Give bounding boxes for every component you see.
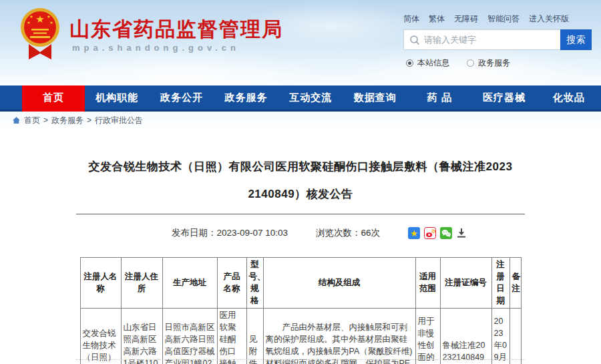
col-reg-date: 注册日期 — [491, 258, 510, 309]
svg-text:★: ★ — [35, 13, 44, 25]
radio-selected-icon — [406, 59, 413, 67]
cell-registrant-name: 交发合锐生物技术（日照）有限公司 — [80, 308, 121, 364]
link-smart-qa[interactable]: 智能问答 — [487, 13, 520, 25]
cell-registrant-address: 山东省日照高新区高新六路1号楼1105室 — [121, 308, 162, 364]
top-utility-links: 简体 繁体 无障碍 智能问答 进入关怀版 — [403, 13, 569, 25]
col-registrant-name: 注册人名称 — [80, 258, 121, 309]
nav-item-functions[interactable]: 机构职能 — [85, 85, 150, 110]
article-content: 交发合锐生物技术（日照）有限公司医用软聚硅酮伤口接触层敷料（鲁械注准202321… — [0, 129, 601, 364]
publish-date-label: 发布日期： — [172, 228, 217, 238]
crumb-admin-approval[interactable]: 行政审批公告 — [95, 115, 143, 126]
col-registrant-address: 注册人住所 — [121, 258, 162, 309]
cell-product-name: 医用软聚硅酮伤口接触层敷料 — [217, 308, 246, 364]
nav-item-drugs[interactable]: 药 品 — [407, 85, 472, 110]
svg-text:★: ★ — [49, 21, 53, 25]
cell-cert-number: 鲁械注准20232140849 — [440, 308, 491, 364]
svg-text:★: ★ — [27, 21, 30, 25]
view-count-label: 浏览次数： — [316, 228, 361, 238]
crumb-gov-service[interactable]: 政务服务 — [51, 115, 83, 126]
scope-gov-service-label: 政务服务 — [478, 57, 510, 69]
cell-model-spec: 见附件。 — [246, 308, 263, 364]
search-button[interactable]: 搜索 — [560, 29, 592, 50]
view-count: 浏览次数：66次 — [316, 227, 380, 239]
breadcrumb: 首页 > 政务服务 > 行政审批公告 — [0, 112, 601, 129]
weibo-icon[interactable] — [424, 227, 436, 239]
link-simplified[interactable]: 简体 — [403, 13, 419, 25]
col-structure: 结构及组成 — [263, 258, 415, 309]
nav-item-gov-service[interactable]: 政务服务 — [214, 85, 278, 110]
nav-item-home[interactable]: 首页 — [22, 85, 85, 110]
wechat-icon[interactable] — [440, 227, 452, 239]
cell-scope: 用于非慢性创面的护理。 — [415, 308, 440, 364]
home-icon — [12, 116, 21, 124]
favorite-icon[interactable]: ★ — [408, 227, 420, 239]
col-remark: 备注 — [510, 258, 521, 309]
national-emblem-logo: ★ ★ ★ ★ ★ — [20, 7, 60, 68]
crumb-separator: > — [43, 116, 48, 125]
cell-structure: 产品由外基材层、内接触层和可剥离的保护层组成。其中外基材层由聚硅氧烷组成，内接触… — [263, 308, 415, 364]
bottom-divider — [76, 359, 525, 360]
link-accessibility[interactable]: 无障碍 — [454, 13, 478, 25]
search-scope-options: 本站信息 政务服务 — [406, 57, 510, 69]
col-scope: 适用范围 — [415, 258, 440, 309]
nav-item-gov-open[interactable]: 政务公开 — [150, 85, 214, 110]
title-divider — [76, 214, 525, 214]
site-url: mpa.shandong.gov.cn — [72, 43, 240, 53]
cell-reg-date: 2023年09月06日 — [491, 308, 510, 364]
scope-gov-service-radio[interactable]: 政务服务 — [467, 57, 510, 69]
article-meta: 发布日期：2023-09-07 10:03 浏览次数：66次 ★ — [19, 227, 601, 239]
search-input[interactable] — [424, 35, 555, 45]
link-traditional[interactable]: 繁体 — [429, 13, 445, 25]
search-icon — [409, 35, 420, 45]
scope-site-info-label: 本站信息 — [417, 57, 449, 69]
search-input-wrap — [403, 29, 560, 50]
main-nav: 首页 机构职能 政务公开 政务服务 互动交流 数据查询 药 品 医疗器械 化妆品 — [0, 85, 601, 112]
page-title: 交发合锐生物技术（日照）有限公司医用软聚硅酮伤口接触层敷料（鲁械注准202321… — [87, 129, 514, 208]
publish-date-value: 2023-09-07 10:03 — [216, 228, 288, 238]
download-icon[interactable] — [456, 228, 467, 238]
table-header-row: 注册人名称 注册人住所 生产地址 产品名称 型号、规格 结构及组成 适用范围 注… — [80, 258, 521, 309]
cell-remark — [510, 308, 521, 364]
share-toolbar: ★ — [408, 227, 467, 239]
radio-unselected-icon — [467, 59, 474, 67]
crumb-separator: > — [87, 116, 91, 125]
nav-item-data-query[interactable]: 数据查询 — [343, 85, 408, 110]
publish-date: 发布日期：2023-09-07 10:03 — [172, 227, 288, 239]
crumb-home[interactable]: 首页 — [24, 115, 40, 126]
link-care-version[interactable]: 进入关怀版 — [529, 13, 569, 25]
col-cert-number: 注册证编号 — [440, 258, 491, 309]
site-banner: ★ ★ ★ ★ ★ 山东省药品监督管理局 mpa.shandong.gov.cn… — [0, 0, 601, 85]
col-model-spec: 型号、规格 — [246, 258, 263, 309]
col-production-address: 生产地址 — [162, 258, 217, 309]
svg-text:★: ★ — [410, 228, 418, 238]
table-row: 交发合锐生物技术（日照）有限公司 山东省日照高新区高新六路1号楼1105室 日照… — [80, 308, 521, 364]
cell-production-address: 日照市高新区高新六路日照高值医疗器械产业园1幢02楼 — [162, 308, 217, 364]
search-bar: 搜索 — [403, 29, 592, 50]
col-product-name: 产品名称 — [217, 258, 246, 309]
nav-item-medical-devices[interactable]: 医疗器械 — [472, 85, 537, 110]
svg-text:★: ★ — [29, 15, 33, 19]
svg-text:★: ★ — [47, 15, 50, 19]
registration-table: 注册人名称 注册人住所 生产地址 产品名称 型号、规格 结构及组成 适用范围 注… — [80, 257, 522, 364]
site-title: 山东省药品监督管理局 — [69, 16, 283, 43]
view-count-value: 66次 — [361, 228, 381, 238]
scope-site-info-radio[interactable]: 本站信息 — [406, 57, 449, 69]
nav-item-interaction[interactable]: 互动交流 — [278, 85, 343, 110]
nav-item-cosmetics[interactable]: 化妆品 — [536, 85, 601, 110]
